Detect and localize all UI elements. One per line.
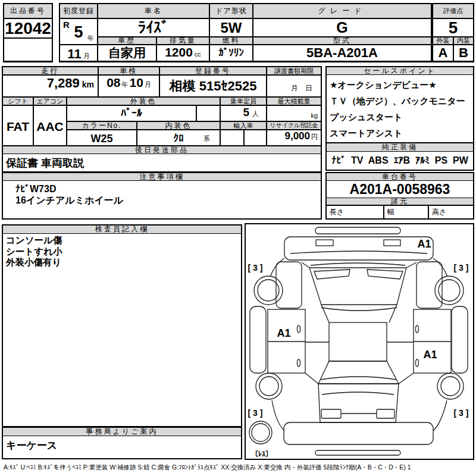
spec-width-cell: 幅	[384, 205, 428, 219]
recycle-value: 9,000	[284, 130, 310, 142]
mileage-value: 7,289	[47, 76, 80, 91]
tire-depth-rear-right: [ 3 ]	[454, 408, 469, 418]
exterior-color-empty-cell	[196, 105, 220, 121]
inspector-header: 検査員記入欄	[2, 225, 242, 234]
rear-window-curve	[321, 377, 396, 380]
door-handle-right-rear	[416, 359, 419, 367]
office-value: キーケース	[2, 436, 242, 459]
spec-height-cell: 高さ	[428, 205, 474, 219]
interior-grade-value: B	[453, 45, 474, 61]
interior-color-cell: ｸﾛ 系	[137, 130, 220, 148]
max-load-header: 最大積載量	[267, 97, 321, 105]
first-reg-month-unit: 月	[83, 52, 90, 61]
front-quarter-right	[416, 262, 442, 308]
ac-header: エアコン	[33, 97, 67, 105]
first-reg-header: 初度登録	[60, 4, 98, 18]
mileage-header: 走行	[2, 67, 98, 75]
recycle-header: リサイクル預託金	[267, 121, 321, 130]
inspector-list: コンソール傷 シートすれ小 外装小傷有り	[2, 234, 242, 426]
sales-point-header: セールスポイント	[326, 67, 474, 75]
rear-plate-left	[321, 409, 341, 418]
shift-header: シフト	[2, 97, 33, 105]
import-empty-cell-2	[244, 130, 267, 148]
rear-window	[318, 361, 399, 384]
front-body	[284, 237, 433, 260]
score-header: 評価点	[433, 4, 474, 18]
first-reg-year: 5	[74, 23, 83, 42]
model-code-header: 型式	[253, 37, 431, 45]
shaken-cell: 08 年 10 月	[98, 75, 159, 97]
car-history-value: 自家用	[98, 45, 156, 61]
sales-point-list: ★オークションデビュー★ ＴＶ（地デジ）、バックモニター プッシュスタート スマ…	[326, 75, 474, 148]
interior-color-header: 内装色	[137, 121, 220, 130]
office-header: 事務局よりご案内	[2, 427, 242, 436]
equipment-value: ﾅﾋﾞ TV ABS ｴｱB ｱﾙﾐ PS PW	[326, 152, 474, 170]
capacity-header: 乗車定員	[220, 97, 267, 105]
score-value: 5	[433, 18, 474, 37]
a-pillar-lines	[321, 305, 397, 322]
wiper-right	[367, 270, 403, 279]
front-bumper-strip	[315, 227, 400, 234]
tire-depth-rear-left: [ 3 ]	[248, 408, 263, 418]
tire-depth-front-left: [ 3 ]	[248, 263, 263, 273]
door-handle-right-front	[416, 325, 419, 333]
first-reg-year-unit: 年	[87, 34, 94, 43]
cowl-line	[321, 308, 397, 311]
rear-plate-right	[377, 409, 394, 418]
door-handle-left-front	[298, 325, 300, 333]
car-history-header: 車歴	[98, 37, 156, 45]
caution-list: ﾅﾋﾞW73D 16インチアルミホイール	[2, 181, 321, 219]
sales-point-line: ★オークションデビュー★	[330, 77, 474, 93]
inspector-line: コンソール傷	[6, 235, 242, 246]
rocker-panel-right	[452, 306, 468, 373]
grade-header: グレード	[253, 4, 431, 18]
mileage-unit: km	[82, 80, 94, 89]
caution-line: ﾅﾋﾞW73D	[15, 183, 321, 195]
grade-value: G	[253, 18, 431, 37]
c-pillar-lines	[305, 373, 414, 384]
auction-sheet: 出品番号 12042 初度登録 R 5 年 11 月 車名 ﾗｲｽﾞ 車歴 自家…	[0, 0, 476, 476]
ac-value: AAC	[33, 105, 67, 148]
hood-line	[290, 251, 427, 253]
fuel-header: 燃料	[209, 37, 253, 45]
first-reg-year-cell: R 5 年	[60, 18, 98, 45]
chassis-no-value: A201A-0058963	[326, 181, 474, 198]
windshield	[309, 268, 406, 305]
door-shape-value: 5W	[209, 18, 253, 37]
shaken-month: 10	[130, 76, 143, 90]
car-diagram: A1 A1 A1 [ 3 ] [ 3 ] [ 3 ] [ 3 ] 〔ﾚｽ〕	[245, 224, 474, 459]
front-quarter-left	[276, 262, 302, 308]
spec-length-cell: 長さ	[326, 205, 384, 219]
exterior-grade-value: A	[433, 45, 453, 61]
shaken-month-unit: 月	[145, 80, 151, 89]
door-handle-left-rear	[298, 359, 300, 367]
spare-tire-mark: 〔ﾚｽ〕	[251, 450, 273, 458]
wheel-rear-right-inner	[441, 377, 460, 396]
interior-color-suffix: 系	[203, 134, 210, 143]
legend-text: A:ｷｽﾞ U:ﾍｺﾐ B:ｷｽﾞを伴うﾍｺﾐ P:要塗装 W:補修跡 S:錆 …	[4, 464, 474, 474]
first-reg-month: 11	[67, 46, 81, 61]
door-shape-header: ドア形状	[209, 4, 253, 18]
sales-point-line: スマートアシスト	[330, 125, 474, 141]
recycle-unit: 円	[311, 133, 318, 142]
color-no-header: カラーNo.	[67, 121, 137, 130]
wheel-front-right	[435, 276, 464, 305]
specs-header: 諸元	[326, 198, 474, 205]
auction-no-value: 12042	[4, 18, 52, 38]
import-empty-cell-1	[220, 130, 244, 148]
hatch-curve	[322, 392, 394, 394]
chassis-no-header: 車台番号	[326, 173, 474, 181]
mileage-cell: 7,289 km	[2, 75, 98, 97]
rear-hatch	[318, 384, 399, 422]
car-name-value: ﾗｲｽﾞ	[98, 18, 209, 37]
rear-fender-lines	[272, 400, 447, 431]
headlight-right	[384, 240, 400, 246]
interior-color-value: ｸﾛ	[174, 133, 184, 145]
recycle-cell: 9,000 円	[267, 130, 321, 148]
roof-panel	[329, 322, 387, 361]
first-reg-era: R	[63, 20, 70, 30]
inspector-line: シートすれ小	[6, 246, 242, 258]
tire-depth-front-right: [ 3 ]	[454, 263, 469, 273]
shaken-header: 車検	[98, 67, 159, 75]
transfer-deadline-value: 月 日	[267, 75, 321, 97]
